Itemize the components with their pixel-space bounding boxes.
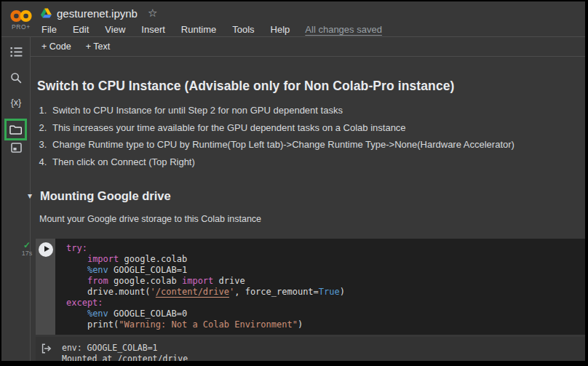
code-line: %env GOOGLE_COLAB=0 xyxy=(66,309,585,319)
output-line: env: GOOGLE_COLAB=1 xyxy=(62,343,188,354)
notebook-content: Switch to CPU Instance (Advisable only f… xyxy=(31,79,585,361)
code-cell-container: ✓ 17s try: import google.colab %env GOOG… xyxy=(36,239,585,335)
search-icon[interactable] xyxy=(1,72,31,84)
collapse-arrow-icon[interactable]: ▾ xyxy=(28,191,40,201)
table-of-contents-icon[interactable] xyxy=(1,47,31,57)
list-item: Change Runtime type to CPU by Runtime(To… xyxy=(49,139,585,150)
output-icon xyxy=(41,343,52,354)
list-item: Switch to CPU Instance for until Step 2 … xyxy=(49,105,585,116)
output-text: env: GOOGLE_COLAB=1Mounted at /content/d… xyxy=(62,343,188,362)
menu-file[interactable]: File xyxy=(41,24,65,35)
pro-badge: PRO+ xyxy=(12,23,31,31)
add-text-button[interactable]: + Text xyxy=(79,39,117,54)
cell-toolbar: + Code + Text xyxy=(31,37,585,57)
menu-bar: FileEditViewInsertRuntimeToolsHelp All c… xyxy=(41,23,585,36)
section-subtext: Mount your Google drive storage to this … xyxy=(39,214,585,224)
colab-logo-icon xyxy=(9,9,33,23)
menu-insert[interactable]: Insert xyxy=(133,24,173,35)
star-icon[interactable]: ☆ xyxy=(148,7,157,20)
colab-logo[interactable]: PRO+ xyxy=(1,1,41,36)
menu-runtime[interactable]: Runtime xyxy=(173,24,224,35)
menu-view[interactable]: View xyxy=(97,24,133,35)
execution-info: ✓ 17s xyxy=(20,241,34,257)
section-heading: Mounting Google drive xyxy=(40,189,171,203)
list-item: Then click on Connect (Top Right) xyxy=(49,156,585,167)
code-line: import google.colab xyxy=(66,254,585,265)
add-code-button[interactable]: + Code xyxy=(34,39,79,54)
code-line: from google.colab import drive xyxy=(66,276,585,287)
menu-help[interactable]: Help xyxy=(263,24,298,35)
drive-icon xyxy=(41,8,52,18)
code-line: drive.mount('/content/drive', force_remo… xyxy=(66,287,585,298)
run-cell-button[interactable] xyxy=(39,242,53,257)
cell-gutter xyxy=(36,239,55,335)
steps-list: Switch to CPU Instance for until Step 2 … xyxy=(49,105,585,167)
list-item: This increases your time available for t… xyxy=(49,122,585,133)
colab-window: PRO+ gesturenet.ipynb ☆ FileEditViewInse… xyxy=(1,1,585,361)
snippets-icon[interactable] xyxy=(1,143,31,153)
left-sidebar: {x} xyxy=(1,37,31,361)
menu-items: FileEditViewInsertRuntimeToolsHelp xyxy=(41,24,298,35)
variables-icon[interactable]: {x} xyxy=(1,98,31,108)
section-header-row: ▾ Mounting Google drive xyxy=(31,189,585,203)
header-main: gesturenet.ipynb ☆ FileEditViewInsertRun… xyxy=(41,1,585,36)
notebook-title[interactable]: gesturenet.ipynb xyxy=(57,7,138,20)
files-icon-highlight[interactable] xyxy=(4,119,27,140)
output-line: Mounted at /content/drive xyxy=(62,354,188,362)
code-line: print("Warning: Not a Colab Environment"… xyxy=(66,319,585,330)
menu-tools[interactable]: Tools xyxy=(224,24,262,35)
success-check-icon: ✓ xyxy=(20,241,34,250)
menu-edit[interactable]: Edit xyxy=(65,24,97,35)
code-editor[interactable]: try: import google.colab %env GOOGLE_COL… xyxy=(55,239,585,335)
code-cell: try: import google.colab %env GOOGLE_COL… xyxy=(36,239,585,335)
code-line: %env GOOGLE_COLAB=1 xyxy=(66,265,585,276)
execution-time: 17s xyxy=(20,250,34,257)
markdown-heading: Switch to CPU Instance (Advisable only f… xyxy=(37,79,585,94)
output-cell: env: GOOGLE_COLAB=1Mounted at /content/d… xyxy=(36,337,585,362)
autosave-status[interactable]: All changes saved xyxy=(305,24,382,35)
code-line: try: xyxy=(66,243,585,254)
notebook-main: + Code + Text Switch to CPU Instance (Ad… xyxy=(31,37,585,361)
app-header: PRO+ gesturenet.ipynb ☆ FileEditViewInse… xyxy=(1,1,585,36)
folder-icon xyxy=(9,124,22,135)
code-line: except: xyxy=(66,298,585,309)
